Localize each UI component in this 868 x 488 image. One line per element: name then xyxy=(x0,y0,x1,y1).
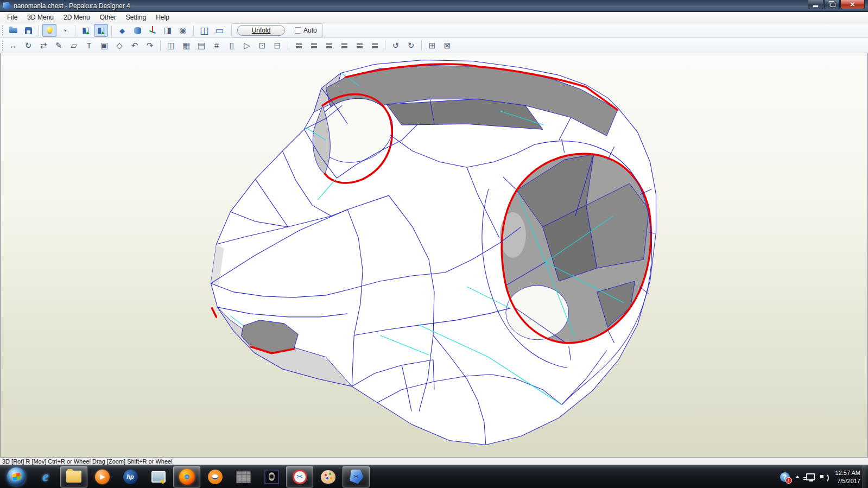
menu-file[interactable]: File xyxy=(2,12,22,22)
eraser-tool-icon[interactable]: ▱ xyxy=(67,39,81,52)
pepakura-window: nanomania chest - Pepakura Designer 4 Fi… xyxy=(0,0,868,488)
align-left-icon[interactable] xyxy=(292,39,306,52)
spacing-tool-icon[interactable]: ⇄ xyxy=(36,39,50,52)
marquee-select-icon[interactable]: ▦ xyxy=(179,39,193,52)
page-icon[interactable]: ▯ xyxy=(225,39,239,52)
ungroup-icon[interactable]: ⊠ xyxy=(440,39,454,52)
open-file-icon[interactable] xyxy=(6,24,20,37)
group-icon[interactable]: ⊞ xyxy=(425,39,439,52)
taskbar-brick-wall-app[interactable] xyxy=(230,466,257,487)
align-right-icon[interactable] xyxy=(322,39,336,52)
taskbar: ? 12:57 AM 7/5/2017 xyxy=(0,465,868,488)
toolbar-3d: Unfold Auto xyxy=(0,23,868,38)
title-bar[interactable]: nanomania chest - Pepakura Designer 4 xyxy=(0,0,868,12)
redo-icon[interactable]: ↷ xyxy=(143,39,157,52)
texture-light-icon[interactable] xyxy=(42,24,56,37)
taskbar-windows-explorer[interactable] xyxy=(60,466,87,487)
split-pane-icon[interactable] xyxy=(197,24,211,37)
auto-label: Auto xyxy=(303,27,317,34)
undo-icon[interactable]: ↶ xyxy=(128,39,142,52)
align-bottom-icon[interactable] xyxy=(368,39,382,52)
auto-checkbox-group[interactable]: Auto xyxy=(295,27,317,34)
mirror-icon[interactable] xyxy=(161,24,175,37)
pan-tool-icon[interactable]: ↔ xyxy=(6,39,20,52)
status-text: 3D [Rot] R [Mov] Ctrl+R or Wheel Drag [Z… xyxy=(2,458,173,465)
menu-other[interactable]: Other xyxy=(95,12,121,22)
image-tool-icon[interactable]: ▣ xyxy=(97,39,111,52)
3d-viewport[interactable] xyxy=(0,53,868,457)
cylinder-view-icon[interactable] xyxy=(130,24,144,37)
pen-tool-icon[interactable]: ✎ xyxy=(52,39,66,52)
close-button[interactable] xyxy=(840,0,865,9)
system-tray: ? 12:57 AM 7/5/2017 xyxy=(780,465,860,488)
rotate-left-icon[interactable]: ↺ xyxy=(389,39,403,52)
action-center-icon[interactable]: ? xyxy=(780,472,790,482)
status-bar: 3D [Rot] R [Mov] Ctrl+R or Wheel Drag [Z… xyxy=(0,457,868,465)
menu-2d[interactable]: 2D Menu xyxy=(59,12,95,22)
select-cube-icon[interactable] xyxy=(79,24,93,37)
unfold-button[interactable]: Unfold xyxy=(237,25,285,36)
app-icon xyxy=(2,2,11,10)
tray-clock[interactable]: 12:57 AM 7/5/2017 xyxy=(835,469,860,485)
taskbar-media-player[interactable] xyxy=(88,466,116,487)
minimize-button[interactable] xyxy=(808,0,823,9)
axis-icon[interactable] xyxy=(145,24,160,37)
window-title: nanomania chest - Pepakura Designer 4 xyxy=(14,2,130,10)
taskbar-pepakura[interactable] xyxy=(343,466,370,487)
menu-help[interactable]: Help xyxy=(151,12,174,22)
camera-rotate-icon[interactable] xyxy=(176,24,190,37)
taskbar-firefox[interactable] xyxy=(173,466,200,487)
taskbar-paint[interactable] xyxy=(314,466,341,487)
taskbar-internet-explorer[interactable] xyxy=(32,466,59,487)
network-icon[interactable] xyxy=(805,473,815,481)
align-center-icon[interactable] xyxy=(307,39,321,52)
taskbar-snipping-tool[interactable] xyxy=(286,466,313,487)
rotate-tool-icon[interactable]: ↻ xyxy=(21,39,35,52)
hidden-icons-arrow[interactable] xyxy=(795,473,800,478)
3d-model-canvas xyxy=(1,53,867,457)
single-pane-icon[interactable] xyxy=(212,24,226,37)
toolbar-grip-2 xyxy=(2,40,4,51)
clipboard-icon[interactable]: ⊡ xyxy=(255,39,269,52)
start-button[interactable] xyxy=(2,466,31,487)
auto-checkbox[interactable] xyxy=(295,27,301,34)
rotate-right-icon[interactable]: ↻ xyxy=(404,39,418,52)
orbit-view-icon[interactable] xyxy=(58,24,72,37)
align-middle-icon[interactable] xyxy=(352,39,366,52)
toolbar-grip xyxy=(2,25,4,36)
taskbar-dark-eye-app[interactable] xyxy=(258,466,285,487)
select-cube-alt-icon[interactable] xyxy=(94,24,108,37)
show-desktop-button[interactable] xyxy=(863,465,868,488)
menu-setting[interactable]: Setting xyxy=(121,12,151,22)
toolbar-2d: ↔↻⇄✎▱T▣◇↶↷◫▦▤#▯▷⊡⊟↺↻⊞⊠ xyxy=(0,38,868,53)
export-page-icon[interactable]: ▷ xyxy=(240,39,254,52)
align-top-icon[interactable] xyxy=(337,39,351,52)
edit-solid-icon[interactable] xyxy=(115,24,129,37)
taskbar-photo-transfer[interactable] xyxy=(145,466,172,487)
box-tool-icon[interactable]: ◇ xyxy=(112,39,126,52)
page-number-icon[interactable]: # xyxy=(210,39,224,52)
taskbar-blender[interactable] xyxy=(201,466,229,487)
tray-time: 12:57 AM xyxy=(835,469,860,477)
tray-date: 7/5/2017 xyxy=(835,477,860,485)
taskbar-hp-support[interactable] xyxy=(117,466,144,487)
menu-3d[interactable]: 3D Menu xyxy=(22,12,59,22)
unfold-panel: Unfold Auto xyxy=(231,23,323,37)
layout-parts-icon[interactable]: ▤ xyxy=(194,39,208,52)
save-file-icon[interactable] xyxy=(21,24,35,37)
volume-icon[interactable] xyxy=(820,473,830,481)
caption-buttons xyxy=(807,0,865,9)
restore-button[interactable] xyxy=(824,0,840,9)
open-sheet-icon[interactable]: ◫ xyxy=(164,39,178,52)
print-icon[interactable]: ⊟ xyxy=(270,39,284,52)
menu-bar: File3D Menu2D MenuOtherSettingHelp xyxy=(0,12,868,23)
text-tool-icon[interactable]: T xyxy=(82,39,96,52)
